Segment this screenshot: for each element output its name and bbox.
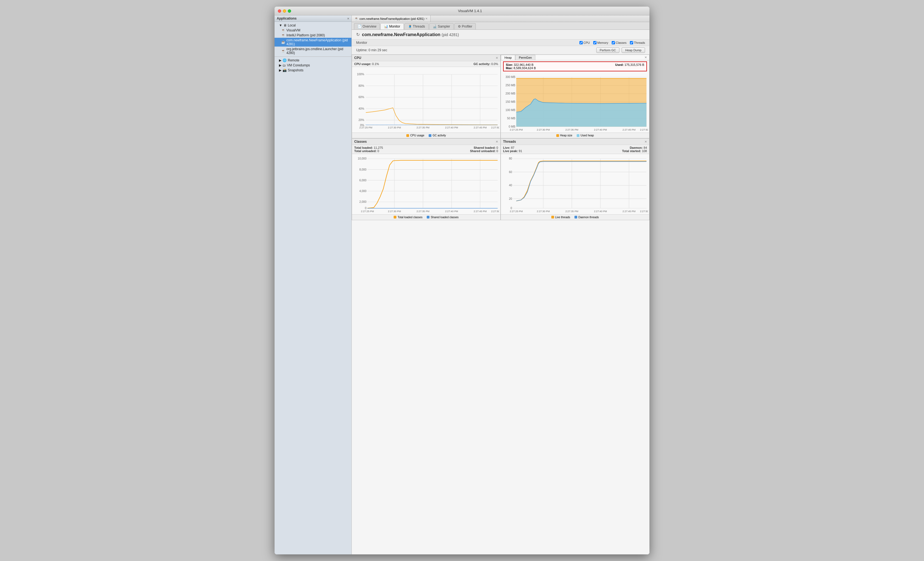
heap-chart-svg: 300 MB 250 MB 200 MB 150 MB 100 MB 50 MB… <box>502 73 648 132</box>
heap-max-info: Max: 8,589,934,624 B <box>506 66 536 70</box>
refresh-icon: ↻ <box>356 32 360 37</box>
classes-panel-close-icon[interactable]: ✕ <box>496 140 498 144</box>
heap-dump-button[interactable]: Heap Dump <box>622 47 645 53</box>
sidebar-item-label: Snapshots <box>288 68 303 72</box>
monitor-bar: Monitor CPU Memory Classes <box>352 40 650 46</box>
sidebar-item-newframe[interactable]: ☕ com.newframe.NewFrameApplication (pid … <box>274 38 351 46</box>
heap-chart-legend: Heap size Used heap <box>501 133 649 138</box>
sidebar-item-remote[interactable]: ▶ 🌐 Remote <box>274 58 351 63</box>
svg-text:2:27:45 PM: 2:27:45 PM <box>474 126 486 129</box>
svg-text:2:27:30 PM: 2:27:30 PM <box>537 210 550 213</box>
svg-text:2:27:40 PM: 2:27:40 PM <box>445 126 458 129</box>
tab-monitor[interactable]: 📊 Monitor <box>380 23 404 30</box>
monitor-checkboxes: CPU Memory Classes Threads <box>579 41 645 44</box>
cpu-label: CPU <box>584 41 590 44</box>
sidebar-item-launcher[interactable]: ☕ org.jetbrains.jps.cmdline.Launcher (pi… <box>274 46 351 55</box>
main-layout: Applications ✕ ▼ 🖥 Local ☕ VisualVM ☕ In… <box>274 15 650 554</box>
app-title: com.newframe.NewFrameApplication (pid 42… <box>362 32 459 37</box>
gc-activity-legend-color <box>429 134 431 137</box>
cpu-usage-legend-label: CPU usage <box>410 134 424 137</box>
nav-tabs: 📄 Overview 📊 Monitor 🧵 Threads 🔬 Sampler… <box>352 22 650 30</box>
cpu-stats: CPU usage: 0.1% GC activity: 0.0% <box>352 61 500 67</box>
profiler-icon: ⚙ <box>458 24 461 28</box>
heap-size-legend-label: Heap size <box>560 134 572 137</box>
tab-overview[interactable]: 📄 Overview <box>354 23 380 30</box>
svg-text:2:27:30 PM: 2:27:30 PM <box>537 129 550 131</box>
checkbox-classes: Classes <box>612 41 627 44</box>
svg-text:2:27:35 PM: 2:27:35 PM <box>417 210 429 213</box>
tab-threads[interactable]: 🧵 Threads <box>404 23 429 30</box>
snapshots-icon: 📸 <box>282 68 286 72</box>
computer-icon: 🖥 <box>284 23 286 27</box>
total-loaded-stat: Total loaded: 11,275 <box>354 146 383 150</box>
folder-arrow-icon: ▶ <box>279 68 282 72</box>
maximize-button[interactable] <box>288 9 291 13</box>
sidebar-item-snapshots[interactable]: ▶ 📸 Snapshots <box>274 68 351 73</box>
svg-text:2:27:50 PM: 2:27:50 PM <box>491 210 499 213</box>
sidebar-item-label: com.newframe.NewFrameApplication (pid 42… <box>286 38 349 46</box>
cpu-usage-legend-item: CPU usage <box>406 134 424 137</box>
checkbox-cpu: CPU <box>579 41 590 44</box>
sidebar-item-intellij[interactable]: ☕ IntelliJ Platform (pid 2080) <box>274 33 351 38</box>
perform-gc-button[interactable]: Perform GC <box>596 47 620 53</box>
svg-text:2:27:45 PM: 2:27:45 PM <box>622 210 635 213</box>
cpu-panel-close-icon[interactable]: ✕ <box>496 56 498 60</box>
svg-text:0: 0 <box>365 207 367 210</box>
close-button[interactable] <box>278 9 281 13</box>
classes-panel-header: Classes ✕ <box>352 139 500 145</box>
heap-chart-area: 300 MB 250 MB 200 MB 150 MB 100 MB 50 MB… <box>501 72 649 133</box>
cpu-checkbox[interactable] <box>579 41 583 44</box>
sidebar-item-coredumps[interactable]: ▶ 🗂 VM Coredumps <box>274 63 351 68</box>
svg-text:2,000: 2,000 <box>359 200 366 203</box>
memory-checkbox[interactable] <box>593 41 597 44</box>
classes-stats: Total loaded: 11,275 Shared loaded: 0 To… <box>352 145 500 154</box>
live-threads-legend-color <box>551 216 554 218</box>
sidebar-close-button[interactable]: ✕ <box>347 17 349 20</box>
threads-checkbox[interactable] <box>630 41 633 44</box>
heap-tab-bar: Heap PermGen ✕ <box>501 55 649 60</box>
svg-text:60%: 60% <box>358 96 364 99</box>
classes-checkbox[interactable] <box>612 41 615 44</box>
svg-text:2:27:25 PM: 2:27:25 PM <box>360 126 372 129</box>
live-threads-legend-item: Live threads <box>551 216 570 219</box>
sidebar-item-local[interactable]: ▼ 🖥 Local <box>274 23 351 28</box>
svg-text:80: 80 <box>509 157 512 160</box>
coredumps-icon: 🗂 <box>282 63 286 67</box>
gc-activity-legend-label: GC activity <box>432 134 446 137</box>
sampler-icon: 🔬 <box>433 24 437 28</box>
file-tab-close-button[interactable]: ✕ <box>425 17 428 20</box>
tab-sampler[interactable]: 🔬 Sampler <box>429 23 454 30</box>
title-bar: VisualVM 1.4.1 <box>274 7 650 15</box>
folder-arrow-icon: ▶ <box>279 58 282 62</box>
cpu-chart-legend: CPU usage GC activity <box>352 133 500 138</box>
live-peak-stat: Live peak: 91 <box>503 150 522 153</box>
heap-panel-close-icon[interactable]: ✕ <box>645 56 647 59</box>
heap-tab-heap[interactable]: Heap <box>501 55 515 60</box>
tab-profiler[interactable]: ⚙ Profiler <box>454 23 476 30</box>
live-threads-legend-label: Live threads <box>555 216 570 219</box>
shared-classes-legend-item: Shared loaded classes <box>427 216 458 219</box>
svg-text:4,000: 4,000 <box>359 190 366 193</box>
svg-text:250 MB: 250 MB <box>506 84 516 87</box>
threads-label: Threads <box>634 41 645 44</box>
cpu-chart-area: 100% 80% 60% 40% 20% 0% <box>352 67 500 133</box>
svg-text:2:27:45 PM: 2:27:45 PM <box>474 210 486 213</box>
svg-text:200 MB: 200 MB <box>506 92 516 95</box>
heap-panel: Heap PermGen ✕ Size: 322,961,440 B Used:… <box>501 55 650 138</box>
cpu-panel: CPU ✕ CPU usage: 0.1% GC activity: 0.0% <box>352 55 501 138</box>
heap-tab-permgen[interactable]: PermGen <box>515 55 536 60</box>
shared-loaded-stat: Shared loaded: 0 <box>474 146 498 150</box>
threads-panel-close-icon[interactable]: ✕ <box>645 140 647 144</box>
file-tab-newframe[interactable]: ☕ com.newframe.NewFrameApplication (pid … <box>352 15 430 22</box>
classes-chart-svg: 10,000 8,000 6,000 4,000 2,000 0 <box>353 155 499 213</box>
minimize-button[interactable] <box>283 9 286 13</box>
svg-text:0 MB: 0 MB <box>508 125 515 128</box>
used-heap-legend-color <box>577 134 579 137</box>
total-classes-legend-item: Total loaded classes <box>394 216 422 219</box>
folder-arrow-icon: ▶ <box>279 63 282 67</box>
svg-text:20%: 20% <box>358 118 364 121</box>
content-area: ☕ com.newframe.NewFrameApplication (pid … <box>352 15 650 554</box>
file-tab-label: com.newframe.NewFrameApplication (pid 42… <box>360 17 424 20</box>
sidebar-item-visualvm[interactable]: ☕ VisualVM <box>274 28 351 33</box>
checkbox-threads: Threads <box>630 41 645 44</box>
